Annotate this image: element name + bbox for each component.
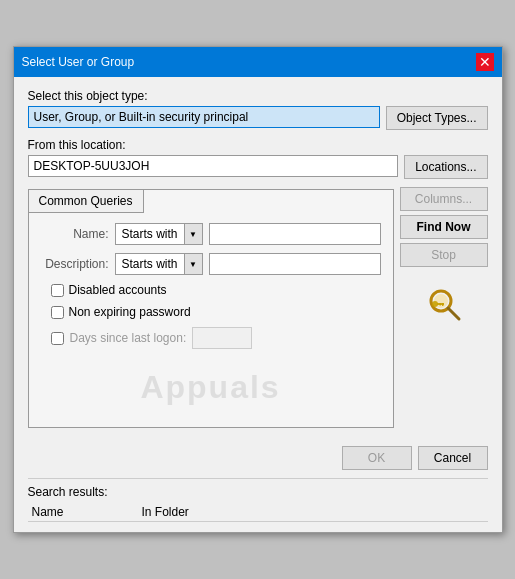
find-now-button[interactable]: Find Now: [400, 215, 488, 239]
results-label: Search results:: [28, 485, 488, 499]
location-section: From this location: Locations...: [28, 138, 488, 179]
svg-line-2: [448, 308, 459, 319]
days-logon-row: Days since last logon:: [51, 327, 381, 349]
description-dropdown[interactable]: Starts with ▼: [115, 253, 203, 275]
object-types-button[interactable]: Object Types...: [386, 106, 488, 130]
description-starts-with-text: Starts with: [116, 255, 184, 273]
cancel-button[interactable]: Cancel: [418, 446, 488, 470]
location-row: Locations...: [28, 155, 488, 179]
dialog-body: Select this object type: Object Types...…: [14, 77, 502, 440]
select-user-dialog: Select User or Group ✕ Select this objec…: [13, 46, 503, 533]
locations-button[interactable]: Locations...: [404, 155, 487, 179]
non-expiring-label: Non expiring password: [69, 305, 191, 319]
results-table-header: Name In Folder: [28, 503, 488, 522]
disabled-accounts-checkbox[interactable]: [51, 284, 64, 297]
ok-button[interactable]: OK: [342, 446, 412, 470]
name-dropdown[interactable]: Starts with ▼: [115, 223, 203, 245]
name-row: Name: Starts with ▼: [41, 223, 381, 245]
disabled-accounts-label: Disabled accounts: [69, 283, 167, 297]
search-icon: [425, 285, 463, 323]
name-dropdown-arrow[interactable]: ▼: [184, 224, 202, 244]
description-text-input[interactable]: [209, 253, 381, 275]
right-section: Columns... Find Now Stop: [400, 187, 488, 323]
bottom-area: OK Cancel Search results: Name In Folder: [14, 440, 502, 532]
disabled-accounts-row: Disabled accounts: [51, 283, 381, 297]
object-type-input[interactable]: [28, 106, 380, 128]
name-text-input[interactable]: [209, 223, 381, 245]
days-logon-checkbox[interactable]: [51, 332, 64, 345]
description-label: Description:: [41, 257, 109, 271]
col-name-header: Name: [32, 505, 142, 519]
ok-cancel-row: OK Cancel: [28, 446, 488, 470]
watermark-area: Appuals: [41, 357, 381, 417]
common-queries-tab[interactable]: Common Queries: [29, 190, 144, 213]
watermark-text: Appuals: [140, 369, 280, 406]
col-folder-header: In Folder: [142, 505, 484, 519]
days-logon-label: Days since last logon:: [70, 331, 187, 345]
name-starts-with-text: Starts with: [116, 225, 184, 243]
object-type-label: Select this object type:: [28, 89, 488, 103]
common-queries-panel: Common Queries Name: Starts with ▼ Descr…: [28, 189, 394, 428]
dialog-title: Select User or Group: [22, 55, 135, 69]
non-expiring-checkbox[interactable]: [51, 306, 64, 319]
non-expiring-row: Non expiring password: [51, 305, 381, 319]
days-logon-input[interactable]: [192, 327, 252, 349]
main-content-row: Common Queries Name: Starts with ▼ Descr…: [28, 187, 488, 428]
title-bar: Select User or Group ✕: [14, 47, 502, 77]
results-section: Search results: Name In Folder: [28, 478, 488, 522]
object-type-row: Object Types...: [28, 106, 488, 130]
svg-rect-5: [442, 303, 444, 306]
stop-button[interactable]: Stop: [400, 243, 488, 267]
panel-content: Name: Starts with ▼ Description: Starts …: [29, 213, 393, 427]
name-label: Name:: [41, 227, 109, 241]
location-input[interactable]: [28, 155, 399, 177]
search-icon-area: [400, 285, 488, 323]
description-dropdown-arrow[interactable]: ▼: [184, 254, 202, 274]
columns-button[interactable]: Columns...: [400, 187, 488, 211]
close-button[interactable]: ✕: [476, 53, 494, 71]
object-type-section: Select this object type: Object Types...: [28, 89, 488, 130]
location-label: From this location:: [28, 138, 488, 152]
description-row: Description: Starts with ▼: [41, 253, 381, 275]
svg-rect-6: [439, 303, 441, 306]
